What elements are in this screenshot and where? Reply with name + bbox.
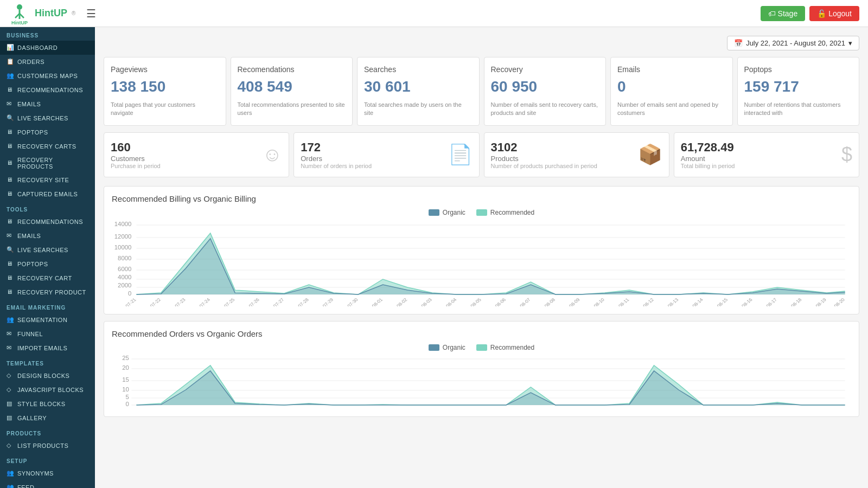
hamburger-button[interactable]: ☰	[86, 7, 96, 20]
summary-card-customers: 160 Customers Purchase in period ☺	[104, 132, 289, 177]
svg-text:2021-07-25: 2021-07-25	[214, 297, 236, 306]
svg-text:2021-07-21: 2021-07-21	[116, 297, 138, 306]
segmentation-icon: 👥	[7, 316, 14, 324]
logo-area: HintUP HintUP ®	[9, 3, 75, 24]
dashboard-icon: 📊	[7, 44, 14, 52]
svg-text:2021-07-27: 2021-07-27	[263, 297, 285, 306]
stat-card-pageviews: Pageviews 138 150 Total pages that your …	[104, 57, 226, 126]
sidebar-item-list-products[interactable]: ◇LIST PRODUCTS	[0, 439, 95, 453]
chart2-organic-area	[136, 371, 845, 405]
logo-text: HintUP	[35, 8, 67, 19]
synonyms-icon: 👥	[7, 470, 14, 477]
searches-title: Searches	[364, 65, 473, 74]
live-searches-icon: 🔍	[7, 114, 14, 122]
svg-text:2021-08-03: 2021-08-03	[411, 297, 433, 306]
sidebar-item-poptops[interactable]: 🖥POPTOPS	[0, 125, 95, 139]
sidebar-item-synonyms[interactable]: 👥SYNONYMS	[0, 466, 95, 480]
sidebar-item-captured-emails[interactable]: 🖥CAPTURED EMAILS	[0, 187, 95, 201]
logout-button[interactable]: 🔓 Logout	[809, 6, 859, 21]
customers-sublabel: Purchase in period	[111, 163, 161, 169]
svg-text:2021-07-24: 2021-07-24	[189, 297, 212, 306]
svg-text:2021-08-06: 2021-08-06	[485, 297, 507, 306]
svg-text:2021-08-17: 2021-08-17	[756, 297, 778, 306]
sidebar-item-tools-live-searches[interactable]: 🔍LIVE SEARCHES	[0, 243, 95, 257]
chart2-recommended-line	[136, 365, 845, 405]
svg-text:2021-08-02: 2021-08-02	[386, 297, 409, 306]
sidebar-item-recovery-products[interactable]: 🖥RECOVERY PRODUCTS	[0, 153, 95, 173]
summary-row: 160 Customers Purchase in period ☺ 172 O…	[104, 132, 859, 177]
chart1-legend: Organic Recommended	[112, 209, 851, 216]
date-picker-button[interactable]: 📅 July 22, 2021 - August 20, 2021 ▾	[727, 36, 859, 50]
svg-text:2021-07-23: 2021-07-23	[164, 297, 187, 306]
sidebar-item-segmentation[interactable]: 👥SEGMENTATION	[0, 313, 95, 327]
sidebar-item-tools-poptops[interactable]: 🖥POPTOPS	[0, 257, 95, 271]
sidebar-item-tools-recovery-cart[interactable]: 🖥RECOVERY CART	[0, 271, 95, 285]
svg-text:2021-08-07: 2021-08-07	[510, 297, 532, 306]
svg-text:2021-08-12: 2021-08-12	[633, 297, 655, 306]
sidebar-item-tools-recovery-product[interactable]: 🖥RECOVERY PRODUCT	[0, 285, 95, 299]
sidebar-item-orders[interactable]: 📋ORDERS	[0, 55, 95, 69]
poptops-value: 159 717	[744, 78, 853, 95]
svg-text:2021-08-20: 2021-08-20	[824, 297, 846, 306]
main-content: 📅 July 22, 2021 - August 20, 2021 ▾ Page…	[95, 27, 868, 488]
organic-color-swatch	[429, 209, 439, 216]
legend2-recommended: Recommended	[476, 344, 534, 351]
stat-card-poptops: Poptops 159 717 Number of retentions tha…	[737, 57, 860, 126]
svg-text:2021-08-15: 2021-08-15	[707, 297, 729, 306]
tools-rec-prod-icon: 🖥	[7, 288, 14, 296]
svg-text:0: 0	[125, 401, 129, 407]
recommendations-desc: Total recommendations presented to site …	[238, 101, 346, 118]
svg-text:2021-08-05: 2021-08-05	[461, 297, 483, 306]
svg-text:15: 15	[122, 376, 129, 382]
svg-text:HintUP: HintUP	[11, 20, 28, 24]
sidebar-item-dashboard[interactable]: 📊DASHBOARD	[0, 41, 95, 55]
sidebar-item-gallery[interactable]: ▤GALLERY	[0, 411, 95, 425]
svg-point-0	[17, 4, 22, 10]
gallery-icon: ▤	[7, 414, 14, 422]
sidebar-item-customers-maps[interactable]: 👥CUSTOMERS MAPS	[0, 69, 95, 83]
recovery-carts-icon: 🖥	[7, 143, 14, 150]
sidebar-item-javascript-blocks[interactable]: ◇JAVASCRIPT BLOCKS	[0, 383, 95, 397]
stage-button[interactable]: 🏷 Stage	[761, 6, 806, 21]
svg-text:4000: 4000	[118, 274, 131, 280]
date-range-label: July 22, 2021 - August 20, 2021	[746, 39, 845, 47]
recommended2-color-swatch	[476, 344, 487, 351]
chart1-organic-area	[136, 239, 845, 294]
searches-desc: Total searches made by users on the site	[364, 101, 473, 118]
sidebar-item-import-emails[interactable]: ✉IMPORT EMAILS	[0, 341, 95, 355]
pageviews-value: 138 150	[111, 78, 219, 95]
organic2-label: Organic	[443, 344, 465, 351]
sidebar-item-feed[interactable]: 👥FEED	[0, 480, 95, 488]
svg-text:2000: 2000	[118, 282, 131, 288]
sidebar-item-tools-emails[interactable]: ✉EMAILS	[0, 229, 95, 243]
emails-title: Emails	[617, 65, 726, 74]
sidebar-item-emails[interactable]: ✉EMAILS	[0, 97, 95, 111]
sidebar-item-recommendations[interactable]: 🖥RECOMMENDATIONS	[0, 83, 95, 97]
stat-card-searches: Searches 30 601 Total searches made by u…	[357, 57, 480, 126]
sidebar-item-recovery-site[interactable]: 🖥RECOVERY SITE	[0, 173, 95, 187]
sidebar-item-recovery-carts[interactable]: 🖥RECOVERY CARTS	[0, 139, 95, 153]
sidebar-item-tools-recommendations[interactable]: 🖥RECOMMENDATIONS	[0, 215, 95, 229]
chart1-section: Recommended Billing vs Organic Billing O…	[104, 186, 859, 314]
chart2-container: 25 20 15 10 5 0	[112, 355, 851, 409]
svg-text:0: 0	[128, 290, 131, 296]
stat-card-recovery: Recovery 60 950 Number of emails sent to…	[484, 57, 607, 126]
sidebar-item-design-blocks[interactable]: ◇DESIGN BLOCKS	[0, 369, 95, 383]
sidebar-section-email-marketing: EMAIL MARKETING	[0, 299, 95, 313]
sidebar-item-funnel[interactable]: ✉FUNNEL	[0, 327, 95, 341]
sidebar-item-style-blocks[interactable]: ▤STYLE BLOCKS	[0, 397, 95, 411]
chevron-down-icon: ▾	[848, 39, 852, 47]
amount-label: Amount	[681, 155, 735, 163]
sidebar-item-live-searches[interactable]: 🔍LIVE SEARCHES	[0, 111, 95, 125]
sidebar-section-tools: TOOLS	[0, 201, 95, 215]
svg-text:8000: 8000	[118, 255, 131, 261]
funnel-icon: ✉	[7, 330, 14, 338]
js-blocks-icon: ◇	[7, 386, 14, 394]
main-layout: BUSINESS 📊DASHBOARD 📋ORDERS 👥CUSTOMERS M…	[0, 27, 868, 488]
chart1-recommended-line	[136, 233, 845, 294]
searches-value: 30 601	[364, 78, 473, 95]
sidebar: BUSINESS 📊DASHBOARD 📋ORDERS 👥CUSTOMERS M…	[0, 27, 95, 488]
svg-text:2021-08-16: 2021-08-16	[731, 297, 754, 306]
logo-icon: HintUP	[9, 3, 30, 24]
sidebar-section-templates: TEMPLATES	[0, 355, 95, 369]
